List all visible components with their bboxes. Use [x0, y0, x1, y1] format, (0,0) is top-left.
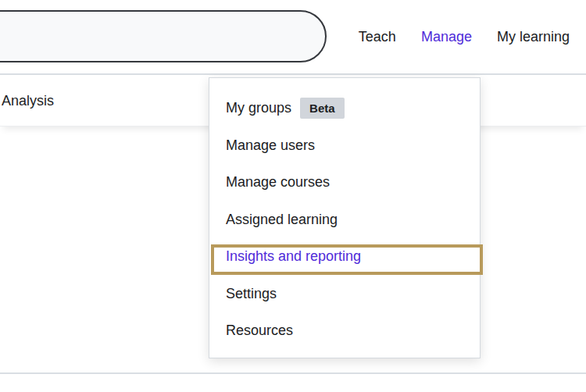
- tab-analysis[interactable]: Analysis: [0, 93, 54, 109]
- top-navigation: Teach Manage My learning: [359, 0, 586, 73]
- menu-item-assigned-learning[interactable]: Assigned learning: [209, 201, 480, 239]
- menu-item-label: Settings: [226, 286, 277, 302]
- page-divider: [0, 372, 586, 374]
- menu-item-label: Insights and reporting: [226, 248, 361, 265]
- menu-item-my-groups[interactable]: My groups Beta: [209, 90, 480, 127]
- search-input[interactable]: [0, 12, 325, 61]
- menu-item-label: My groups: [226, 100, 291, 116]
- nav-link-my-learning[interactable]: My learning: [497, 29, 570, 45]
- menu-list: My groups Beta Manage users Manage cours…: [209, 90, 480, 350]
- menu-item-settings[interactable]: Settings: [209, 276, 480, 313]
- menu-item-resources[interactable]: Resources: [209, 312, 480, 350]
- beta-badge: Beta: [300, 98, 345, 119]
- top-header: Teach Manage My learning: [0, 0, 586, 75]
- menu-item-label: Manage users: [226, 137, 315, 154]
- menu-item-manage-courses[interactable]: Manage courses: [209, 164, 480, 201]
- menu-item-label: Manage courses: [226, 174, 330, 191]
- nav-link-manage[interactable]: Manage: [421, 29, 472, 45]
- menu-item-label: Assigned learning: [226, 212, 338, 228]
- menu-item-manage-users[interactable]: Manage users: [209, 127, 480, 165]
- search-bar[interactable]: [0, 10, 327, 62]
- menu-item-label: Resources: [226, 323, 293, 339]
- menu-item-insights-and-reporting[interactable]: Insights and reporting: [209, 238, 480, 276]
- nav-link-teach[interactable]: Teach: [359, 29, 396, 45]
- manage-dropdown-menu: My groups Beta Manage users Manage cours…: [209, 77, 481, 358]
